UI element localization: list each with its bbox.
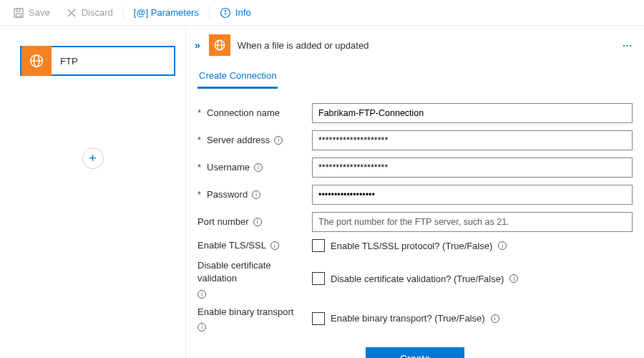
save-button[interactable]: Save [6,4,57,21]
tab-create-connection[interactable]: Create Connection [197,66,278,89]
label: Port number [197,216,249,228]
label: Enable TLS/SSL [197,239,266,252]
discard-icon [66,7,77,19]
field-server-address: *Server addressi [197,130,633,150]
connection-form: *Connection name *Server addressi *Usern… [193,89,637,358]
port-number-input[interactable] [312,212,633,232]
create-button[interactable]: Create [366,347,464,358]
desc: Enable binary transport? (True/False) [331,313,485,324]
username-input[interactable] [312,158,633,178]
designer-canvas: FTP + [0,26,186,358]
field-port-number: Port numberi [197,212,633,232]
save-label: Save [29,7,50,18]
field-connection-name: *Connection name [197,103,633,123]
parameters-label: [@] Parameters [134,7,199,18]
discard-label: Discard [82,7,113,18]
info-icon[interactable]: i [253,218,262,226]
label: Disable certificate validation [197,259,305,285]
label: Connection name [207,107,280,120]
field-password: *Passwordi [197,185,633,205]
info-icon [220,7,231,19]
tabs: Create Connection [193,66,637,89]
svg-rect-1 [16,9,20,11]
discard-button[interactable]: Discard [59,4,120,21]
trigger-card-ftp[interactable]: FTP [20,46,175,76]
save-icon [13,7,24,19]
svg-rect-0 [14,9,23,17]
connection-name-input[interactable] [312,103,633,123]
label: Username [207,161,250,174]
svg-rect-2 [16,14,21,17]
toolbar: Save Discard [@] Parameters Info [0,0,644,26]
info-icon[interactable]: i [197,290,206,299]
enable-binary-checkbox[interactable] [312,312,325,325]
trigger-card-label: FTP [52,56,78,67]
desc: Disable certificate validation? (True/Fa… [331,274,504,284]
collapse-button[interactable]: » [193,39,202,51]
field-disable-cert: Disable certificate validationi Disable … [197,259,633,298]
label: Enable binary transport [197,306,293,319]
separator [123,6,124,20]
info-icon[interactable]: i [498,241,507,250]
ftp-icon [21,46,52,76]
more-menu-button[interactable]: ··· [623,40,637,51]
info-icon[interactable]: i [254,163,263,172]
ftp-icon [209,34,230,56]
info-icon[interactable]: i [197,323,206,332]
trigger-title: When a file is added or updated [238,40,369,51]
server-address-input[interactable] [312,130,633,150]
button-row: Create [197,339,633,358]
info-label: Info [235,7,251,18]
config-panel: » When a file is added or updated ··· Cr… [186,26,644,358]
info-icon[interactable]: i [509,274,518,283]
add-step-button[interactable]: + [82,147,104,169]
label: Server address [207,134,270,147]
info-icon[interactable]: i [274,136,283,145]
field-enable-tls: Enable TLS/SSLi Enable TLS/SSL protocol?… [197,239,633,252]
field-enable-binary: Enable binary transporti Enable binary t… [197,306,633,332]
disable-cert-checkbox[interactable] [312,272,325,285]
desc: Enable TLS/SSL protocol? (True/False) [331,241,492,251]
info-icon[interactable]: i [252,190,260,199]
label: Password [207,188,248,201]
plus-icon: + [89,151,97,166]
info-button[interactable]: Info [213,4,258,21]
field-username: *Usernamei [197,158,633,178]
info-icon[interactable]: i [491,314,499,323]
parameters-button[interactable]: [@] Parameters [127,4,206,21]
enable-tls-checkbox[interactable] [312,239,325,252]
trigger-header: » When a file is added or updated ··· [193,34,637,56]
info-icon[interactable]: i [270,241,279,250]
svg-point-7 [225,10,225,11]
password-input[interactable] [312,185,633,205]
main: FTP + » When a file is added or updated … [0,26,644,358]
separator [209,6,210,20]
